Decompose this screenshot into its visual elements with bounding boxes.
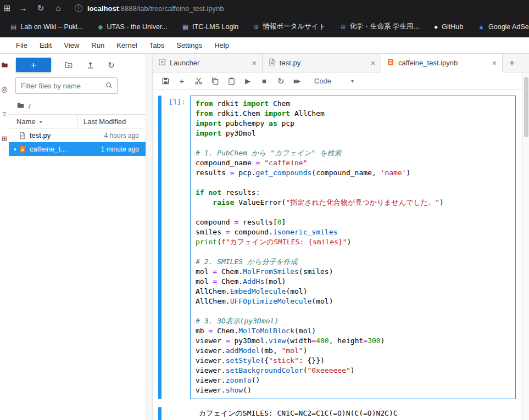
code-line[interactable]: viewer.setStyle({"stick": {}}) xyxy=(196,356,513,366)
close-tab-icon[interactable]: × xyxy=(252,59,257,68)
url-host: localhost xyxy=(87,4,119,13)
scrollbar-thumb[interactable] xyxy=(524,77,528,137)
notebook-file-icon xyxy=(19,145,30,153)
file-row[interactable]: ●caffeine_t...1 minute ago xyxy=(9,142,146,156)
code-line[interactable]: # 1. PubChem から "カフェイン" を検索 xyxy=(196,148,513,158)
code-line[interactable]: viewer.zoomTo() xyxy=(196,376,513,385)
bookmark-item[interactable]: ▤Lab on Wiki – Puki... xyxy=(10,23,83,31)
code-line[interactable]: AllChem.EmbedMolecule(mol) xyxy=(196,287,513,296)
file-modified: 4 hours ago xyxy=(82,132,146,139)
code-line[interactable]: from rdkit import Chem xyxy=(196,99,513,109)
code-line[interactable]: if not results: xyxy=(196,188,513,198)
file-name: test.py xyxy=(30,131,82,139)
running-kernels-icon[interactable]: ◎ xyxy=(1,86,7,93)
breadcrumb-root: / xyxy=(29,102,31,110)
extension-manager-icon[interactable]: ⊞ xyxy=(2,135,8,142)
bookmark-item[interactable]: ◆UTAS - the Univer... xyxy=(98,23,167,31)
refresh-icon[interactable]: ↻ xyxy=(108,61,115,69)
code-line[interactable]: print(f"カフェインのSMILES: {smiles}") xyxy=(196,237,513,247)
code-line[interactable]: viewer.addModel(mb, "mol") xyxy=(196,346,513,356)
code-line[interactable]: mol = Chem.MolFromSmiles(smiles) xyxy=(196,267,513,277)
code-line[interactable] xyxy=(196,138,513,148)
code-line[interactable]: compound = results[0] xyxy=(196,217,513,227)
lms-favicon: ▦ xyxy=(182,24,188,30)
bookmark-item[interactable]: ●GitHub xyxy=(434,23,463,31)
code-line[interactable]: smiles = compound.isomeric_smiles xyxy=(196,227,513,237)
insert-cell-icon[interactable]: + xyxy=(174,77,190,85)
breadcrumb[interactable]: / xyxy=(9,99,146,114)
menu-kernel[interactable]: Kernel xyxy=(110,41,143,49)
file-list: test.py4 hours ago●caffeine_t...1 minute… xyxy=(9,128,146,156)
code-line[interactable] xyxy=(196,306,513,316)
code-line[interactable]: # 3. 3D表示(py3Dmol) xyxy=(196,316,513,326)
tab-test-py[interactable]: test.py× xyxy=(263,54,381,72)
cell-type-dropdown[interactable]: Code ▾ xyxy=(314,77,354,85)
adsense-favicon: ▲ xyxy=(478,24,485,30)
code-line[interactable]: viewer = py3Dmol.view(width=400, height=… xyxy=(196,336,513,346)
menu-file[interactable]: File xyxy=(10,41,34,49)
forward-icon[interactable]: → xyxy=(14,0,32,16)
new-folder-icon[interactable] xyxy=(64,61,73,69)
code-line[interactable]: import pubchempy as pcp xyxy=(196,119,513,128)
menu-view[interactable]: View xyxy=(58,41,85,49)
code-line[interactable]: mb = Chem.MolToMolBlock(mol) xyxy=(196,326,513,336)
bookmark-item[interactable]: ▦ITC-LMS Login xyxy=(182,23,238,31)
code-line[interactable]: AllChem.UFFOptimizeMolecule(mol) xyxy=(196,296,513,306)
site-info-icon[interactable]: i xyxy=(75,4,82,12)
code-line[interactable]: # 2. SMILES から分子を作成 xyxy=(196,257,513,267)
paste-icon[interactable] xyxy=(223,77,240,85)
code-line[interactable]: compound_name = "caffeine" xyxy=(196,158,513,168)
code-line[interactable]: from rdkit.Chem import AllChem xyxy=(196,109,513,119)
table-of-contents-icon[interactable]: ≡ xyxy=(2,110,7,117)
run-all-icon[interactable]: ▶▶ xyxy=(289,78,305,84)
reload-icon[interactable]: ↻ xyxy=(32,0,49,16)
code-line[interactable] xyxy=(196,178,513,188)
bookmark-item[interactable]: ⊕情報ポータルサイト xyxy=(253,22,325,31)
tab-caffeine-test-ipynb[interactable]: caffeine_test.ipynb× xyxy=(381,54,503,72)
bookmark-item[interactable]: ▲Google AdSense xyxy=(478,23,529,31)
address-bar[interactable]: localhost:8888/lab/tree/caffeine_test.ip… xyxy=(87,4,224,13)
bookmark-item[interactable]: ⊕化学・生命系 学生用... xyxy=(340,22,419,31)
code-line[interactable]: import py3Dmol xyxy=(196,128,513,138)
menu-help[interactable]: Help xyxy=(208,41,235,49)
cell-editor[interactable]: from rdkit import Chemfrom rdkit.Chem im… xyxy=(190,96,516,399)
menu-settings[interactable]: Settings xyxy=(170,41,208,49)
bookmark-label: Google AdSense xyxy=(488,23,529,31)
menu-edit[interactable]: Edit xyxy=(34,41,58,49)
filter-files-input[interactable] xyxy=(15,77,118,94)
code-line[interactable]: mol = Chem.AddHs(mol) xyxy=(196,277,513,287)
output-prompt xyxy=(162,407,190,420)
save-icon[interactable] xyxy=(157,77,174,85)
column-header-name[interactable]: Name ▾ xyxy=(9,117,77,126)
menu-tabs[interactable]: Tabs xyxy=(143,41,170,49)
tab-bar: Launcher×test.py×caffeine_test.ipynb× + xyxy=(153,54,529,72)
copy-icon[interactable] xyxy=(207,77,223,85)
stop-icon[interactable]: ■ xyxy=(256,77,272,85)
tab-launcher[interactable]: Launcher× xyxy=(153,54,263,72)
menu-bar-items: FileEditViewRunKernelTabsSettingsHelp xyxy=(10,41,235,49)
home-icon[interactable]: ⌂ xyxy=(49,0,67,16)
file-list-header: Name ▾ Last Modified xyxy=(9,114,146,128)
column-header-modified[interactable]: Last Modified xyxy=(77,115,146,128)
run-icon[interactable]: ▶ xyxy=(240,77,256,85)
file-browser-icon[interactable] xyxy=(1,61,8,68)
code-line[interactable]: raise ValueError("指定された化合物が見つかりませんでした。") xyxy=(196,198,513,208)
restart-kernel-icon[interactable]: ↻ xyxy=(272,76,289,86)
code-line[interactable] xyxy=(196,247,513,257)
bookmark-label: Lab on Wiki – Puki... xyxy=(20,23,83,31)
cut-icon[interactable] xyxy=(190,77,207,85)
code-line[interactable]: results = pcp.get_compounds(compound_nam… xyxy=(196,168,513,178)
code-line[interactable] xyxy=(196,208,513,217)
sidebar-divider[interactable] xyxy=(146,54,153,420)
new-tab-button[interactable]: + xyxy=(503,54,521,72)
new-launcher-button[interactable]: + xyxy=(16,58,51,72)
code-line[interactable]: viewer.setBackgroundColor("0xeeeeee") xyxy=(196,366,513,376)
upload-icon[interactable] xyxy=(86,61,94,69)
close-tab-icon[interactable]: × xyxy=(371,59,375,68)
menu-run[interactable]: Run xyxy=(85,41,110,49)
file-row[interactable]: test.py4 hours ago xyxy=(9,128,146,142)
main-scrollbar[interactable] xyxy=(522,72,529,420)
tab-overview-icon[interactable]: ⊞ xyxy=(0,0,14,16)
code-line[interactable]: viewer.show() xyxy=(196,385,513,395)
close-tab-icon[interactable]: × xyxy=(492,59,497,68)
